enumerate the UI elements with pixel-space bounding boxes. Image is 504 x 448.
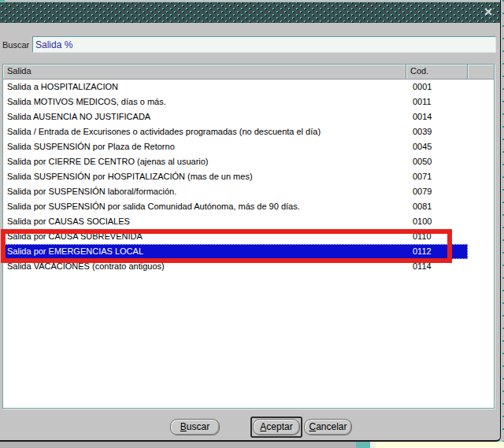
buscar-button-label: Buscar <box>171 420 219 435</box>
list-item[interactable]: Salida SUSPENSIÓN por HOSPITALIZACIÓN (m… <box>3 169 468 184</box>
list-item[interactable]: Salida AUSENCIA NO JUSTIFICADA 0014 <box>3 109 468 124</box>
item-label: Salida MOTIVOS MEDICOS, días o más. <box>3 94 402 109</box>
item-label: Salida por EMERGENCIAS LOCAL <box>3 244 402 259</box>
item-code: 0011 <box>402 94 464 109</box>
list-item[interactable]: Salida SUSPENSIÓN por Plaza de Retorno 0… <box>3 139 468 154</box>
item-label: Salida por SUSPENSIÓN laboral/formación. <box>3 184 402 199</box>
buscar-button[interactable]: Buscar <box>170 419 220 435</box>
aceptar-button[interactable]: Aceptar <box>253 419 300 435</box>
item-code: 0110 <box>402 229 464 244</box>
aceptar-button-label: Aceptar <box>254 420 299 435</box>
cancelar-button[interactable]: Cancelar <box>304 419 352 435</box>
list-item[interactable]: Salida por CAUSA SUBREVENIDA 0110 <box>3 229 468 244</box>
list-item[interactable]: Salida por SUSPENSIÓN laboral/formación.… <box>3 184 468 199</box>
lov-dialog: ✕ Buscar Salida Cod. Salida a HOSPITALIZ… <box>0 0 501 442</box>
dialog-titlebar[interactable]: ✕ <box>0 2 500 23</box>
results-list[interactable]: Salida Cod. Salida a HOSPITALIZACION 000… <box>2 64 495 409</box>
background-strip <box>0 442 504 448</box>
item-label: Salida SUSPENSIÓN por HOSPITALIZACIÓN (m… <box>3 169 402 184</box>
corner-accent <box>0 0 5 2</box>
background-strip-yellow <box>376 442 504 448</box>
close-icon[interactable]: ✕ <box>481 6 495 19</box>
list-item[interactable]: Salida por CIERRE DE CENTRO (ajenas al u… <box>3 154 468 169</box>
item-code: 0100 <box>402 214 464 229</box>
item-label: Salida / Entrada de Excurisones o activi… <box>3 124 402 139</box>
background-strip-cream <box>370 442 376 448</box>
item-label: Salida por CAUSA SUBREVENIDA <box>3 229 402 244</box>
column-header-spacer <box>468 65 494 79</box>
item-label: Salida a HOSPITALIZACION <box>3 80 402 94</box>
list-item[interactable]: Salida a HOSPITALIZACION 0001 <box>3 80 468 94</box>
item-code: 0001 <box>402 80 464 94</box>
column-header-salida: Salida <box>3 65 406 79</box>
item-code: 0050 <box>402 154 464 169</box>
item-code: 0039 <box>402 124 464 139</box>
list-item[interactable]: Salida / Entrada de Excurisones o activi… <box>3 124 468 139</box>
item-code: 0112 <box>402 244 464 259</box>
item-label: Salida SUSPENSIÓN por Plaza de Retorno <box>3 139 402 154</box>
background-strip-teal <box>356 442 370 448</box>
list-item[interactable]: Salida por SUSPENSIÓN por salida Comunid… <box>3 199 468 214</box>
column-header-cod: Cod. <box>406 65 468 79</box>
search-label: Buscar <box>2 40 29 50</box>
list-rows: Salida a HOSPITALIZACION 0001 Salida MOT… <box>3 80 494 274</box>
item-code: 0071 <box>402 169 464 184</box>
item-label: Salida VACACIONES (contrato antiguos) <box>3 259 402 274</box>
item-code: 0114 <box>402 259 464 274</box>
item-label: Salida por CIERRE DE CENTRO (ajenas al u… <box>3 154 402 169</box>
list-item[interactable]: Salida VACACIONES (contrato antiguos) 01… <box>3 259 468 274</box>
search-input[interactable] <box>32 36 496 53</box>
list-item[interactable]: Salida por CAUSAS SOCIALES 0100 <box>3 214 468 229</box>
background-strip-gray <box>0 442 356 448</box>
item-label: Salida AUSENCIA NO JUSTIFICADA <box>3 109 402 124</box>
list-item-selected[interactable]: Salida por EMERGENCIAS LOCAL 0112 <box>3 244 468 259</box>
list-header: Salida Cod. <box>3 65 494 80</box>
item-label: Salida por SUSPENSIÓN por salida Comunid… <box>3 199 402 214</box>
item-code: 0045 <box>402 139 464 154</box>
item-code: 0081 <box>402 199 464 214</box>
item-label: Salida por CAUSAS SOCIALES <box>3 214 402 229</box>
list-item[interactable]: Salida MOTIVOS MEDICOS, días o más. 0011 <box>3 94 468 109</box>
item-code: 0079 <box>402 184 464 199</box>
window-right-border <box>501 0 504 442</box>
cancelar-button-label: Cancelar <box>305 420 351 435</box>
item-code: 0014 <box>402 109 464 124</box>
